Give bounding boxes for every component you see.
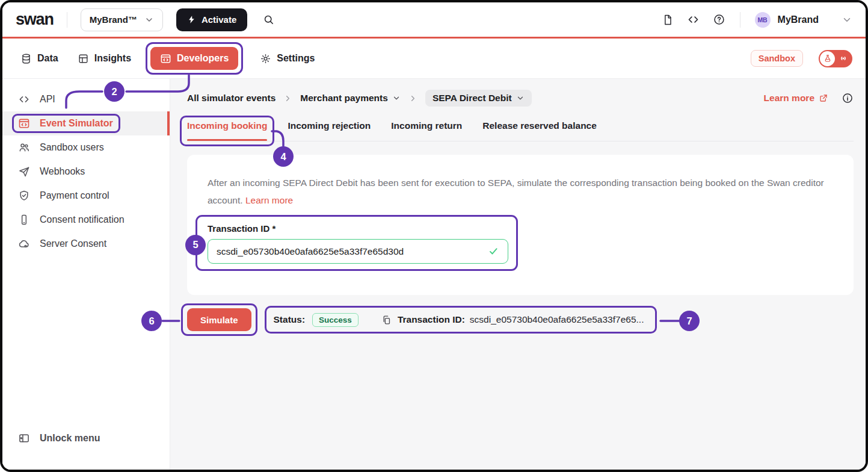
card-description: After an incoming SEPA Direct Debit has … <box>208 174 833 209</box>
transaction-id-field-group: 5 Transaction ID * scsdi_e05730b40e0afa6… <box>208 223 508 264</box>
chevron-down-icon <box>842 14 852 25</box>
breadcrumb: All simulator events Merchant payments S… <box>187 88 854 108</box>
swan-logo: swan <box>16 10 54 29</box>
result-transaction-id-value: scsdi_e05730b40e0afa6625e5a33f7e65... <box>470 314 644 325</box>
simulator-card: After an incoming SEPA Direct Debit has … <box>187 155 854 295</box>
chevron-right-icon <box>283 94 292 103</box>
breadcrumb-merchant-payments-label: Merchant payments <box>300 93 388 104</box>
search-icon <box>263 14 274 25</box>
section-navbar: Data Insights Developers Settings Sandbo… <box>2 39 866 79</box>
sidebar-label-consent-notification: Consent notification <box>40 214 125 225</box>
breadcrumb-all-simulator-events[interactable]: All simulator events <box>187 93 275 104</box>
annotation-step-7: 7 <box>679 311 700 331</box>
chevron-down-icon <box>516 94 525 102</box>
event-tabs: Incoming booking Incoming rejection Inco… <box>187 120 854 141</box>
copy-button[interactable] <box>381 315 392 325</box>
tab-incoming-rejection[interactable]: Incoming rejection <box>288 120 371 141</box>
breadcrumb-merchant-payments[interactable]: Merchant payments <box>300 93 401 104</box>
sidebar-label-event-simulator: Event Simulator <box>40 118 113 129</box>
divider <box>67 12 67 28</box>
annotation-step-2: 2 <box>104 81 125 102</box>
activate-button[interactable]: Activate <box>176 8 247 31</box>
external-link-icon <box>819 93 828 103</box>
activate-label: Activate <box>202 14 236 25</box>
nav-item-data[interactable]: Data <box>20 53 58 64</box>
card-description-text: After an incoming SEPA Direct Debit has … <box>208 178 824 205</box>
unlock-menu-icon <box>18 432 30 444</box>
nav-item-settings[interactable]: Settings <box>260 53 315 64</box>
breadcrumb-right: Learn more <box>764 92 854 104</box>
annotation-box-event-simulator: Event Simulator <box>18 117 113 129</box>
learn-more-link[interactable]: Learn more <box>764 93 828 104</box>
valid-check-icon <box>488 246 499 257</box>
sidebar-label-server-consent: Server Consent <box>40 238 106 249</box>
learn-more-inline-link[interactable]: Learn more <box>245 195 293 205</box>
transaction-id-value: scsdi_e05730b40e0afa6625e5a33f7e65d30d <box>217 246 404 257</box>
nav-item-developers-active[interactable]: Developers <box>150 47 238 70</box>
screenshot-frame: swan MyBrand™ Activate <box>0 0 868 472</box>
account-menu[interactable]: MB MyBrand <box>755 12 852 28</box>
tab-incoming-return[interactable]: Incoming return <box>391 120 462 141</box>
swan-dashboard-window: swan MyBrand™ Activate <box>0 0 868 472</box>
nav-label-developers: Developers <box>177 53 229 64</box>
simulate-button[interactable]: Simulate <box>187 308 251 331</box>
transaction-id-label: Transaction ID * <box>208 223 508 234</box>
workspace-selector[interactable]: MyBrand™ <box>81 8 163 31</box>
info-icon <box>842 92 854 104</box>
status-label: Status: <box>274 314 306 325</box>
account-name: MyBrand <box>778 14 819 25</box>
sidebar-item-server-consent[interactable]: Server Consent <box>2 232 170 256</box>
divider <box>740 12 740 28</box>
environment-toggle[interactable] <box>819 50 852 67</box>
sidebar: API Event Simulator Sandbox users Webhoo… <box>2 79 170 470</box>
sidebar-item-webhooks[interactable]: Webhooks <box>2 160 170 184</box>
sidebar-item-payment-control[interactable]: Payment control <box>2 184 170 208</box>
docs-button[interactable] <box>662 14 674 26</box>
nav-label-insights: Insights <box>94 53 131 64</box>
transaction-id-input[interactable]: scsdi_e05730b40e0afa6625e5a33f7e65d30d <box>208 239 508 264</box>
body: API Event Simulator Sandbox users Webhoo… <box>2 79 866 470</box>
sidebar-label-api: API <box>40 94 55 105</box>
bolt-icon <box>187 15 196 24</box>
actions-row: Simulate Status: Success Transaction ID:… <box>187 306 854 334</box>
sidebar-item-sandbox-users[interactable]: Sandbox users <box>2 135 170 160</box>
nav-label-data: Data <box>37 53 58 64</box>
breadcrumb-sepa-direct-debit-label: SEPA Direct Debit <box>432 93 512 104</box>
sidebar-label-webhooks: Webhooks <box>40 166 85 177</box>
search-button[interactable] <box>263 14 274 25</box>
nav-label-settings: Settings <box>277 53 315 64</box>
workspace-name: MyBrand™ <box>90 14 137 25</box>
tab-release-reserved-balance[interactable]: Release reserved balance <box>482 120 597 141</box>
annotation-step-4: 4 <box>273 146 294 167</box>
status-success-badge: Success <box>312 313 359 327</box>
nav-item-insights[interactable]: Insights <box>78 53 131 64</box>
annotation-step-5: 5 <box>185 235 206 255</box>
navbar-right: Sandbox <box>751 50 852 67</box>
event-simulator-icon <box>18 117 30 129</box>
topbar-right: MB MyBrand <box>662 12 852 28</box>
sandbox-badge: Sandbox <box>751 50 803 67</box>
sidebar-label-payment-control: Payment control <box>40 190 109 201</box>
live-signal-icon <box>839 54 848 63</box>
chevron-right-icon <box>408 94 417 103</box>
avatar: MB <box>755 12 771 28</box>
sidebar-item-event-simulator[interactable]: Event Simulator <box>2 111 170 135</box>
result-transaction-id-label: Transaction ID: <box>398 314 465 325</box>
sidebar-item-consent-notification[interactable]: Consent notification <box>2 208 170 232</box>
flask-icon <box>820 51 835 66</box>
annotation-step-6: 6 <box>141 311 162 331</box>
chevron-down-icon <box>392 94 401 102</box>
help-button[interactable] <box>713 13 725 26</box>
result-status-box: Status: Success Transaction ID: scsdi_e0… <box>265 306 657 334</box>
topbar: swan MyBrand™ Activate <box>2 2 866 37</box>
sidebar-item-api[interactable]: API <box>2 87 170 111</box>
learn-more-label: Learn more <box>764 93 814 104</box>
unlock-menu-button[interactable]: Unlock menu <box>2 426 170 450</box>
sidebar-label-sandbox-users: Sandbox users <box>40 142 104 153</box>
api-explorer-button[interactable] <box>687 13 700 26</box>
tab-incoming-booking[interactable]: Incoming booking <box>187 120 267 141</box>
chevron-down-icon <box>144 15 154 25</box>
breadcrumb-sepa-direct-debit[interactable]: SEPA Direct Debit <box>425 90 532 107</box>
copy-icon <box>381 315 392 325</box>
info-button[interactable] <box>842 92 854 104</box>
